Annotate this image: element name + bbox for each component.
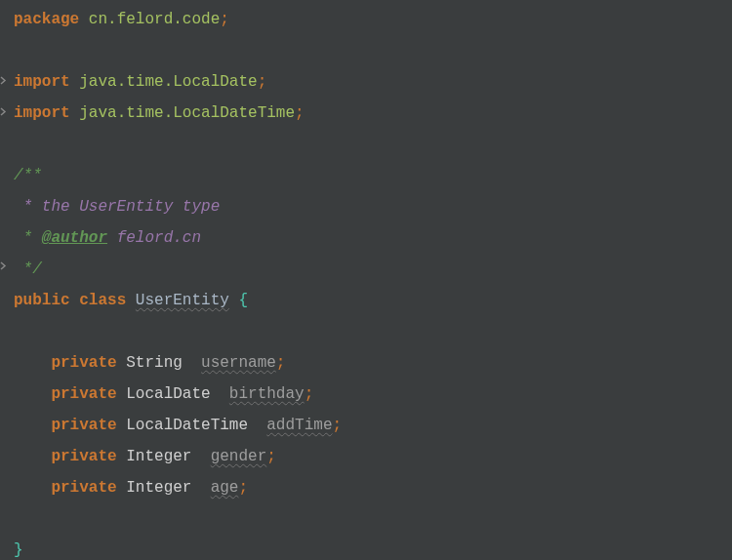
fold-icon[interactable] [0, 107, 9, 116]
field-name: age [211, 479, 239, 497]
close-brace: } [14, 541, 23, 559]
code-line[interactable]: * the UserEntity type [14, 191, 732, 222]
space [117, 385, 127, 403]
doc-author-val: felord.cn [107, 229, 201, 247]
keyword-private: private [51, 385, 116, 403]
space [211, 385, 229, 403]
keyword-private: private [51, 417, 116, 434]
code-line[interactable]: private String username; [14, 347, 732, 379]
code-line[interactable]: */ [14, 254, 732, 285]
import-path: java.time.LocalDate [79, 73, 257, 91]
space [126, 292, 136, 309]
class-name: UserEntity [136, 292, 229, 309]
type-name: Integer [126, 448, 191, 465]
code-line[interactable]: public class UserEntity { [14, 285, 732, 316]
code-line-blank[interactable] [14, 129, 732, 160]
code-line[interactable]: /** [14, 160, 732, 191]
type-name: Integer [126, 479, 191, 497]
semicolon: ; [258, 73, 267, 91]
semicolon: ; [305, 385, 314, 403]
keyword-private: private [51, 448, 116, 465]
code-line[interactable]: private LocalDate birthday; [14, 379, 732, 410]
gutter [0, 0, 10, 560]
package-name: cn.felord.code [89, 11, 220, 28]
type-name: LocalDate [126, 385, 210, 403]
semicolon: ; [266, 448, 276, 465]
space [70, 104, 80, 122]
semicolon: ; [238, 479, 248, 497]
code-line[interactable]: * @author felord.cn [14, 222, 732, 254]
code-line-blank[interactable] [14, 35, 732, 66]
space [191, 479, 210, 497]
open-brace: { [238, 292, 248, 309]
space [70, 73, 80, 91]
doc-prefix: * [14, 229, 42, 247]
indent [14, 448, 51, 465]
space [248, 417, 266, 434]
space [117, 354, 127, 372]
indent [14, 417, 51, 434]
keyword-public: public [14, 292, 70, 309]
keyword-import: import [14, 73, 70, 91]
space [191, 448, 210, 465]
field-name: gender [211, 448, 267, 465]
code-line-blank[interactable] [14, 503, 732, 535]
space [79, 11, 89, 28]
import-path: java.time.LocalDateTime [79, 104, 295, 122]
keyword-private: private [51, 354, 116, 372]
keyword-class: class [79, 292, 126, 309]
code-line[interactable]: import java.time.LocalDate; [14, 66, 732, 98]
doc-text: * the UserEntity type [14, 198, 220, 216]
doc-open: /** [14, 167, 42, 184]
code-line[interactable]: private Integer gender; [14, 441, 732, 472]
space [117, 479, 127, 497]
code-line[interactable]: private LocalDateTime addTime; [14, 410, 732, 441]
indent [14, 385, 51, 403]
field-name: addTime [266, 417, 332, 434]
field-name: birthday [229, 385, 305, 403]
indent [14, 479, 51, 497]
code-line[interactable]: import java.time.LocalDateTime; [14, 98, 732, 129]
doc-close: */ [14, 260, 42, 278]
space [117, 417, 127, 434]
keyword-private: private [51, 479, 116, 497]
space [117, 448, 127, 465]
type-name: LocalDateTime [126, 417, 248, 434]
semicolon: ; [332, 417, 342, 434]
indent [14, 354, 51, 372]
code-line-blank[interactable] [14, 316, 732, 347]
fold-icon[interactable] [0, 261, 9, 270]
code-line[interactable]: } [14, 535, 732, 560]
keyword-package: package [14, 11, 79, 28]
semicolon: ; [276, 354, 286, 372]
code-line[interactable]: package cn.felord.code; [14, 4, 732, 35]
code-editor[interactable]: package cn.felord.code; import java.time… [0, 0, 732, 560]
fold-icon[interactable] [0, 76, 9, 85]
keyword-import: import [14, 104, 70, 122]
semicolon: ; [295, 104, 305, 122]
space [183, 354, 201, 372]
semicolon: ; [220, 11, 229, 28]
code-line[interactable]: private Integer age; [14, 472, 732, 503]
space [70, 292, 80, 309]
type-name: String [126, 354, 183, 372]
field-name: username [201, 354, 276, 372]
doc-author-tag: @author [42, 229, 107, 247]
